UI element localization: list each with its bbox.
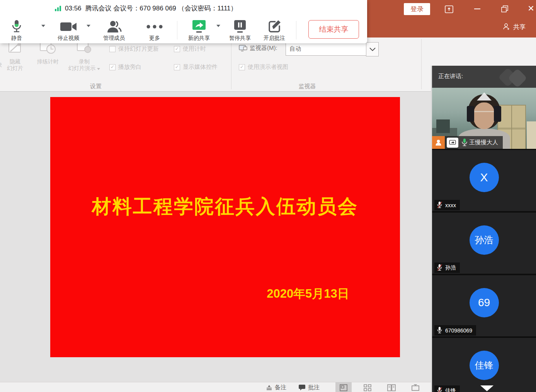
manage-members-label: 管理成员 — [103, 35, 125, 41]
participant-name: 670986069 — [445, 327, 472, 334]
participants-video-panel: 正在讲话: — [431, 66, 536, 392]
comments-button[interactable]: 批注 — [298, 384, 320, 391]
checkbox-box: ✓ — [174, 64, 180, 70]
mic-active-icon — [461, 138, 468, 147]
minimize-icon[interactable] — [472, 4, 482, 14]
restore-icon[interactable] — [500, 4, 510, 14]
view-slide-sorter-button[interactable] — [359, 382, 376, 392]
participant-tile[interactable]: 佳锋 佳锋 — [432, 338, 536, 392]
hide-slide-label2: 幻灯片 — [7, 65, 23, 71]
avatar: X — [470, 163, 499, 192]
start-annotation-button[interactable]: 开启批注 — [258, 19, 291, 42]
notes-button[interactable]: 备注 — [266, 384, 286, 391]
speaking-label: 正在讲话: — [438, 73, 463, 80]
ribbon-divider — [421, 39, 422, 89]
participant-tile[interactable]: 孙浩 孙浩 — [432, 213, 536, 274]
meeting-title: 腾讯会议 会议号：670 986 069 （会议密码：1111） — [85, 4, 237, 13]
participant-tile[interactable]: X xxxx — [432, 150, 536, 211]
checkbox-label: 播放旁白 — [118, 63, 141, 71]
slide-date: 2020年5月13日 — [219, 286, 397, 302]
toolbar-divider — [296, 21, 296, 39]
participant-label: 佳锋 — [434, 385, 460, 392]
speaker-name-bar: 王慢慢大人 — [432, 136, 503, 149]
checkbox-label: 保持幻灯片更新 — [118, 45, 159, 53]
ppt-share-button[interactable]: 共享 — [502, 22, 526, 32]
manage-members-button[interactable]: 管理成员 — [97, 19, 131, 42]
monitor-icon — [239, 45, 247, 52]
signal-strength-icon — [55, 5, 61, 11]
new-share-button[interactable]: 新的共享 — [182, 19, 216, 42]
camera-icon — [52, 19, 85, 34]
hide-slide-button[interactable]: 隐藏 幻灯片 — [3, 41, 27, 72]
mic-muted-icon — [437, 264, 442, 271]
checkbox-keep-slides-updated[interactable]: 保持幻灯片更新 — [109, 45, 159, 53]
screen-sharing-badge-icon — [447, 138, 458, 148]
speaking-header: 正在讲话: — [432, 66, 536, 88]
checkbox-box: ✓ — [174, 46, 180, 52]
monitor-dropdown-chevron[interactable] — [366, 42, 379, 56]
ribbon-group-monitor-label: 监视器 — [284, 83, 330, 90]
mute-dropdown-caret-icon[interactable] — [41, 25, 45, 27]
checkbox-box — [109, 46, 116, 52]
new-share-label: 新的共享 — [188, 35, 210, 41]
record-slideshow-button[interactable]: 录制 幻灯片演示 — [66, 41, 102, 72]
member-icon — [97, 19, 131, 34]
rehearse-timings-button[interactable]: 排练计时 — [34, 41, 62, 65]
comments-icon — [298, 385, 306, 391]
slide-canvas[interactable]: 材料工程学院征兵入伍动员会 2020年5月13日 — [50, 97, 400, 357]
pause-share-label: 暂停共享 — [229, 35, 251, 41]
mic-muted-icon — [437, 387, 442, 392]
checkbox-play-narrations[interactable]: ✓ 播放旁白 — [109, 63, 141, 71]
record-slideshow-label1: 录制 — [79, 58, 90, 65]
ribbon-display-options-icon[interactable] — [444, 5, 454, 14]
view-normal-button[interactable] — [335, 382, 352, 392]
host-badge-icon — [432, 136, 445, 149]
cut-ribbon-button-fragment: 映 — [0, 61, 2, 68]
rehearse-timings-label: 排练计时 — [37, 58, 59, 65]
view-reading-button[interactable] — [383, 382, 400, 392]
checkbox-use-timings[interactable]: ✓ 使用计时 — [174, 45, 206, 53]
slide-title: 材料工程学院征兵入伍动员会 — [50, 194, 400, 220]
new-share-dropdown-caret-icon[interactable] — [216, 25, 220, 27]
collapse-panel-icon[interactable] — [477, 92, 492, 101]
chevron-down-icon — [97, 68, 100, 70]
pause-share-icon — [223, 19, 257, 34]
mic-muted-icon — [437, 201, 442, 209]
participant-label: 670986069 — [434, 325, 476, 336]
view-slideshow-button[interactable] — [407, 382, 424, 392]
participant-tile[interactable]: 69 670986069 — [432, 275, 536, 336]
checkbox-label: 显示媒体控件 — [183, 63, 218, 71]
end-share-button[interactable]: 结束共享 — [308, 20, 359, 39]
mute-button[interactable]: 静音 — [0, 19, 33, 42]
record-slideshow-icon — [66, 41, 102, 57]
mute-label: 静音 — [11, 35, 22, 41]
microphone-icon — [0, 19, 33, 34]
stop-video-dropdown-caret-icon[interactable] — [87, 25, 90, 27]
ppt-share-label: 共享 — [513, 23, 526, 31]
more-button[interactable]: 更多 — [138, 19, 171, 42]
monitor-dropdown[interactable]: 自动 — [286, 42, 370, 56]
stop-video-label: 停止视频 — [58, 35, 79, 41]
pause-share-button[interactable]: 暂停共享 — [223, 19, 257, 42]
checkbox-use-presenter-view[interactable]: ✓ 使用演示者视图 — [239, 63, 288, 71]
stop-video-button[interactable]: 停止视频 — [52, 19, 85, 42]
new-share-icon — [182, 19, 216, 34]
checkbox-label: 使用演示者视图 — [248, 63, 288, 71]
ribbon-group-settings-label: 设置 — [73, 83, 119, 90]
comments-label: 批注 — [308, 384, 320, 391]
meeting-timer: 03:56 — [65, 5, 82, 12]
close-icon[interactable]: ✕ — [526, 3, 536, 14]
participant-name: xxxx — [445, 202, 456, 208]
checkbox-show-media-controls[interactable]: ✓ 显示媒体控件 — [174, 63, 218, 71]
participant-name: 孙浩 — [445, 264, 456, 271]
start-annotation-label: 开启批注 — [264, 35, 285, 41]
ribbon-divider — [231, 39, 231, 89]
ppt-login-button[interactable]: 登录 — [404, 3, 430, 15]
more-label: 更多 — [149, 35, 160, 41]
mic-active-icon — [437, 327, 442, 334]
scroll-down-icon[interactable] — [480, 385, 493, 391]
avatar: 孙浩 — [470, 225, 499, 255]
speaker-video-tile[interactable]: 王慢慢大人 — [432, 88, 536, 149]
participant-name: 佳锋 — [445, 387, 456, 392]
checkbox-label: 使用计时 — [183, 45, 206, 53]
